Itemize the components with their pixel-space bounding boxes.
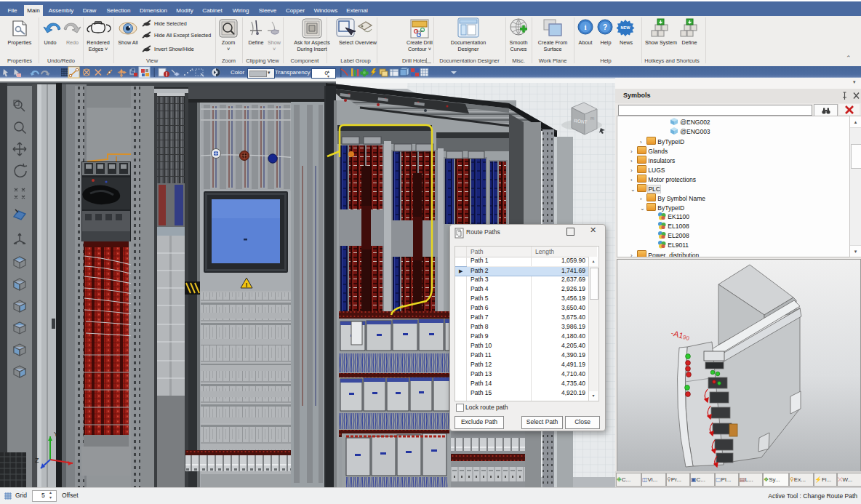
svg-text:?: ? [603, 23, 607, 31]
svg-text:Y: Y [54, 431, 58, 438]
svg-text:RI: RI [590, 116, 595, 121]
svg-text:-A190: -A190 [670, 328, 691, 342]
svg-text:Z: Z [35, 457, 39, 464]
svg-text:!: ! [246, 281, 248, 289]
svg-text:NEW: NEW [621, 25, 631, 30]
svg-text:i: i [584, 23, 586, 31]
